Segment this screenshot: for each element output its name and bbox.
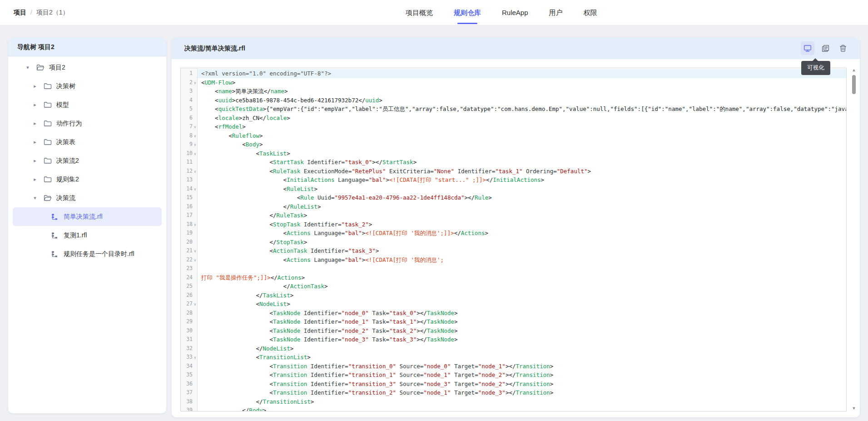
xml-code-editor[interactable]: 1<?xml version="1.0" encoding="UTF-8"?>2… — [180, 68, 847, 411]
caret-down-icon[interactable]: ▾ — [25, 65, 31, 70]
tree-item-action-behavior[interactable]: ▸动作行为 — [13, 114, 162, 133]
fold-spacer — [193, 397, 198, 406]
delete-button[interactable] — [836, 41, 850, 55]
code-text: </NodeList> — [198, 344, 846, 353]
code-text: <Transition Identifier="transition_1" So… — [198, 371, 846, 380]
fold-spacer — [193, 406, 198, 411]
code-text: <quickTestData>{"empVar":{"id":"empVar",… — [198, 105, 846, 114]
fold-toggle-icon[interactable]: ∨ — [193, 167, 198, 176]
fold-toggle-icon[interactable]: ∨ — [193, 131, 198, 140]
fold-spacer — [193, 69, 198, 78]
code-text: <Actions Language="bal"><![CDATA[打印 '我的消… — [198, 256, 846, 265]
scrollbar-down-icon[interactable]: ▼ — [850, 406, 858, 411]
code-line: 15 <Rule Uuid="9957e4a1-ea20-4796-aa22-1… — [181, 193, 846, 202]
tree-item-label: 复测1.rfl — [64, 231, 87, 240]
flow-icon — [51, 251, 59, 258]
tab-ruleapp[interactable]: RuleApp — [502, 0, 528, 25]
code-line: 5 <quickTestData>{"empVar":{"id":"empVar… — [181, 105, 846, 114]
tree-item-label: 决策流 — [56, 194, 75, 202]
fold-spacer — [193, 371, 198, 380]
tab-permissions[interactable]: 权限 — [584, 0, 597, 25]
fold-toggle-icon[interactable]: ∨ — [193, 149, 198, 158]
fold-toggle-icon[interactable]: ∨ — [193, 140, 198, 149]
fold-spacer — [193, 388, 198, 397]
line-number: 23 — [181, 264, 193, 273]
editor-scrollbar[interactable]: ▲ ▼ — [850, 68, 858, 411]
fold-spacer — [193, 229, 198, 238]
line-number: 34 — [181, 362, 193, 371]
line-number: 27 — [181, 300, 193, 309]
caret-right-icon[interactable]: ▸ — [32, 176, 38, 182]
caret-right-icon[interactable]: ▸ — [32, 158, 38, 164]
code-line: 20 </StopTask> — [181, 238, 846, 247]
tree-file-simple-decision-flow[interactable]: 简单决策流.rfl — [13, 207, 162, 226]
fold-spacer — [193, 238, 198, 247]
caret-right-icon[interactable]: ▸ — [32, 120, 38, 126]
folder-icon — [44, 176, 52, 183]
tree-item-project2[interactable]: ▾项目2 — [13, 58, 162, 77]
tree-item-decision-table[interactable]: ▸决策表 — [13, 133, 162, 151]
code-line: 29 <TaskNode Identifier="node_1" Task="t… — [181, 317, 846, 326]
code-text: <TaskNode Identifier="node_0" Task="task… — [198, 309, 846, 318]
code-text: <TaskList> — [198, 149, 846, 158]
line-number: 8 — [181, 131, 193, 140]
caret-down-icon[interactable]: ▾ — [32, 195, 38, 201]
tree-item-label: 规则任务是一个目录时.rfl — [64, 250, 134, 258]
line-number: 22 — [181, 256, 193, 265]
code-line: 22∨ <Actions Language="bal"><![CDATA[打印 … — [181, 256, 846, 265]
code-text: <?xml version="1.0" encoding="UTF-8"?> — [198, 69, 846, 78]
fold-toggle-icon[interactable]: ∨ — [193, 256, 198, 265]
code-text: </StopTask> — [198, 238, 846, 247]
line-number: 19 — [181, 229, 193, 238]
fold-toggle-icon[interactable]: ∨ — [193, 220, 198, 229]
fold-toggle-icon[interactable]: ∨ — [193, 78, 198, 87]
line-number: 12 — [181, 167, 193, 176]
line-number: 24 — [181, 273, 193, 282]
code-line: 32 </NodeList> — [181, 344, 846, 353]
code-text: <TransitionList> — [198, 353, 846, 362]
tree-file-retest1[interactable]: 复测1.rfl — [13, 226, 162, 245]
navigation-tree-panel: 导航树 项目2 ▾项目2▸决策树▸模型▸动作行为▸决策表▸决策流2▸规则集2▾决… — [8, 38, 166, 413]
line-number: 11 — [181, 158, 193, 167]
line-number: 3 — [181, 87, 193, 96]
code-text: <name>简单决策流</name> — [198, 87, 846, 96]
tab-project-overview[interactable]: 项目概览 — [406, 0, 433, 25]
tree-item-model[interactable]: ▸模型 — [13, 95, 162, 114]
tab-rule-repository[interactable]: 规则仓库 — [454, 0, 481, 25]
copy-button[interactable] — [818, 41, 832, 55]
fold-spacer — [193, 309, 198, 318]
line-number: 18 — [181, 220, 193, 229]
nav-tree: ▾项目2▸决策树▸模型▸动作行为▸决策表▸决策流2▸规则集2▾决策流简单决策流.… — [8, 56, 166, 263]
tree-item-ruleset2[interactable]: ▸规则集2 — [13, 170, 162, 189]
fold-toggle-icon[interactable]: ∨ — [193, 246, 198, 256]
tree-item-label: 项目2 — [49, 64, 65, 72]
tree-item-decision-tree[interactable]: ▸决策树 — [13, 77, 162, 95]
code-text: <ActionTask Identifier="task_3"> — [198, 246, 846, 256]
code-text: <Body> — [198, 140, 846, 149]
code-text: <Transition Identifier="transition_3" So… — [198, 380, 846, 389]
fold-spacer — [193, 264, 198, 273]
breadcrumb-root[interactable]: 项目 — [14, 9, 26, 16]
tab-users[interactable]: 用户 — [549, 0, 563, 25]
scrollbar-thumb[interactable] — [852, 75, 856, 94]
tree-file-rule-task-directory[interactable]: 规则任务是一个目录时.rfl — [13, 245, 162, 263]
caret-right-icon[interactable]: ▸ — [32, 102, 38, 108]
scrollbar-up-icon[interactable]: ▲ — [850, 68, 858, 72]
nav-tabs: 项目概览规则仓库RuleApp用户权限 — [406, 0, 597, 25]
line-number: 20 — [181, 238, 193, 247]
tree-item-decision-flow[interactable]: ▾决策流 — [13, 189, 162, 207]
fold-toggle-icon[interactable]: ∨ — [193, 185, 198, 194]
code-line: 34 <Transition Identifier="transition_0"… — [181, 362, 846, 371]
fold-toggle-icon[interactable]: ∨ — [193, 353, 198, 362]
folder-icon — [44, 101, 52, 108]
tree-item-decision-flow2[interactable]: ▸决策流2 — [13, 151, 162, 170]
fold-toggle-icon[interactable]: ∨ — [193, 122, 198, 131]
line-number: 5 — [181, 105, 193, 114]
caret-right-icon[interactable]: ▸ — [32, 139, 38, 145]
code-line: 27∨ <NodeList> — [181, 300, 846, 309]
code-line: 16 </RuleList> — [181, 202, 846, 211]
line-number: 32 — [181, 344, 193, 353]
fold-toggle-icon[interactable]: ∨ — [193, 300, 198, 309]
caret-right-icon[interactable]: ▸ — [32, 83, 38, 89]
visualize-button[interactable] — [801, 41, 814, 55]
